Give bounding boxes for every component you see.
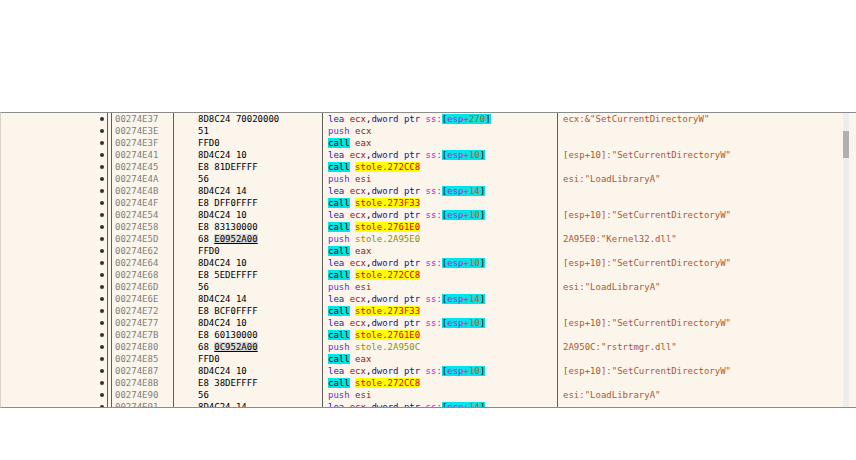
disasm-row[interactable]: 00274E4B 8D4C24 14 lea ecx,dword ptr ss:… xyxy=(1,185,842,197)
address-cell: 00274E62 xyxy=(112,245,173,257)
gutter xyxy=(1,257,97,269)
disasm-row[interactable]: 00274E72 E8 BCF0FFFF call stole.273F33 xyxy=(1,305,842,317)
gutter xyxy=(1,113,97,125)
breakpoint-dot-icon[interactable] xyxy=(97,329,107,341)
disasm-row[interactable]: 00274E77 8D4C24 10 lea ecx,dword ptr ss:… xyxy=(1,317,842,329)
breakpoint-dot-icon[interactable] xyxy=(97,209,107,221)
breakpoint-dot-icon[interactable] xyxy=(97,377,107,389)
breakpoint-dot-icon[interactable] xyxy=(97,113,107,125)
breakpoint-dot-icon[interactable] xyxy=(97,173,107,185)
comment-cell xyxy=(557,293,842,305)
breakpoint-dot-icon[interactable] xyxy=(97,401,107,408)
breakpoint-dot-icon[interactable] xyxy=(97,149,107,161)
gutter xyxy=(1,221,97,233)
instruction-cell: call eax xyxy=(322,245,557,257)
gutter xyxy=(1,317,97,329)
address-cell: 00274E6E xyxy=(112,293,173,305)
breakpoint-dot-icon[interactable] xyxy=(97,257,107,269)
address-cell: 00274E4F xyxy=(112,197,173,209)
breakpoint-dot-icon[interactable] xyxy=(97,137,107,149)
bytes-cell: 8D4C24 10 xyxy=(173,317,322,329)
disasm-row[interactable]: 00274E58 E8 83130000 call stole.2761E0 xyxy=(1,221,842,233)
disasm-row[interactable]: 00274E6D 56 push esi esi:"LoadLibraryA" xyxy=(1,281,842,293)
instruction-cell: call eax xyxy=(322,137,557,149)
disasm-row[interactable]: 00274E6E 8D4C24 14 lea ecx,dword ptr ss:… xyxy=(1,293,842,305)
dot-icon xyxy=(100,393,104,397)
scrollbar-thumb[interactable] xyxy=(843,131,849,158)
disasm-row[interactable]: 00274E8B E8 38DEFFFF call stole.272CC8 xyxy=(1,377,842,389)
disasm-row[interactable]: 00274E68 E8 5EDEFFFF call stole.272CC8 xyxy=(1,269,842,281)
breakpoint-dot-icon[interactable] xyxy=(97,197,107,209)
dot-icon xyxy=(100,153,104,157)
bytes-cell: E8 60130000 xyxy=(173,329,322,341)
disasm-row[interactable]: 00274E45 E8 81DEFFFF call stole.272CC8 xyxy=(1,161,842,173)
bytes-cell: 8D4C24 10 xyxy=(173,149,322,161)
bytes-cell: 8D4C24 10 xyxy=(173,365,322,377)
disasm-row[interactable]: 00274E41 8D4C24 10 lea ecx,dword ptr ss:… xyxy=(1,149,842,161)
comment-cell xyxy=(557,353,842,365)
comment-cell xyxy=(557,221,842,233)
breakpoint-dot-icon[interactable] xyxy=(97,125,107,137)
disasm-row[interactable]: 00274E54 8D4C24 10 lea ecx,dword ptr ss:… xyxy=(1,209,842,221)
comment-cell xyxy=(557,125,842,137)
gutter xyxy=(1,149,97,161)
disasm-row[interactable]: 00274E7B E8 60130000 call stole.2761E0 xyxy=(1,329,842,341)
disasm-row[interactable]: 00274E90 56 push esi esi:"LoadLibraryA" xyxy=(1,389,842,401)
address-cell: 00274E41 xyxy=(112,149,173,161)
breakpoint-dot-icon[interactable] xyxy=(97,305,107,317)
bytes-cell: E8 83130000 xyxy=(173,221,322,233)
gutter xyxy=(1,245,97,257)
breakpoint-dot-icon[interactable] xyxy=(97,269,107,281)
instruction-cell: push stole.2A95E0 xyxy=(322,233,557,245)
breakpoint-dot-icon[interactable] xyxy=(97,317,107,329)
address-cell: 00274E64 xyxy=(112,257,173,269)
breakpoint-dot-icon[interactable] xyxy=(97,389,107,401)
dot-icon xyxy=(100,201,104,205)
bytes-cell: 51 xyxy=(173,125,322,137)
breakpoint-dot-icon[interactable] xyxy=(97,221,107,233)
address-cell: 00274E3F xyxy=(112,137,173,149)
disasm-row[interactable]: 00274E62 FFD0 call eax xyxy=(1,245,842,257)
breakpoint-dot-icon[interactable] xyxy=(97,365,107,377)
dot-icon xyxy=(100,177,104,181)
breakpoint-dot-icon[interactable] xyxy=(97,293,107,305)
disasm-row[interactable]: 00274E64 8D4C24 10 lea ecx,dword ptr ss:… xyxy=(1,257,842,269)
instruction-cell: push esi xyxy=(322,173,557,185)
bytes-cell: FFD0 xyxy=(173,353,322,365)
disasm-row[interactable]: 00274E85 FFD0 call eax xyxy=(1,353,842,365)
breakpoint-dot-icon[interactable] xyxy=(97,353,107,365)
comment-cell xyxy=(557,137,842,149)
disasm-row[interactable]: 00274E3E 51 push ecx xyxy=(1,125,842,137)
disasm-row[interactable]: 00274E4A 56 push esi esi:"LoadLibraryA" xyxy=(1,173,842,185)
dot-icon xyxy=(100,357,104,361)
disasm-row[interactable]: 00274E87 8D4C24 10 lea ecx,dword ptr ss:… xyxy=(1,365,842,377)
disasm-row[interactable]: 00274E91 8D4C24 14 lea ecx,dword ptr ss:… xyxy=(1,401,842,408)
dot-icon xyxy=(100,237,104,241)
disasm-row[interactable]: 00274E37 8D8C24 70020000 lea ecx,dword p… xyxy=(1,113,842,125)
breakpoint-dot-icon[interactable] xyxy=(97,161,107,173)
instruction-cell: lea ecx,dword ptr ss:[esp+14] xyxy=(322,401,557,408)
gutter xyxy=(1,401,97,408)
disasm-row[interactable]: 00274E5D 68 E0952A00 push stole.2A95E0 2… xyxy=(1,233,842,245)
gutter xyxy=(1,269,97,281)
instruction-cell: lea ecx,dword ptr ss:[esp+10] xyxy=(322,257,557,269)
comment-cell: [esp+10]:"SetCurrentDirectoryW" xyxy=(557,209,842,221)
gutter xyxy=(1,233,97,245)
instruction-cell: lea ecx,dword ptr ss:[esp+10] xyxy=(322,365,557,377)
breakpoint-dot-icon[interactable] xyxy=(97,185,107,197)
breakpoint-dot-icon[interactable] xyxy=(97,281,107,293)
comment-cell xyxy=(557,305,842,317)
breakpoint-dot-icon[interactable] xyxy=(97,341,107,353)
dot-icon xyxy=(100,369,104,373)
address-cell: 00274E77 xyxy=(112,317,173,329)
debugger-page: { "colors": { "page_bg": "#ffffff", "pan… xyxy=(0,0,856,460)
vertical-scrollbar[interactable] xyxy=(843,113,849,407)
dot-icon xyxy=(100,297,104,301)
breakpoint-dot-icon[interactable] xyxy=(97,245,107,257)
disasm-row[interactable]: 00274E4F E8 DFF0FFFF call stole.273F33 xyxy=(1,197,842,209)
disasm-row[interactable]: 00274E80 68 0C952A00 push stole.2A950C 2… xyxy=(1,341,842,353)
disasm-row[interactable]: 00274E3F FFD0 call eax xyxy=(1,137,842,149)
dot-icon xyxy=(100,309,104,313)
gutter xyxy=(1,173,97,185)
breakpoint-dot-icon[interactable] xyxy=(97,233,107,245)
